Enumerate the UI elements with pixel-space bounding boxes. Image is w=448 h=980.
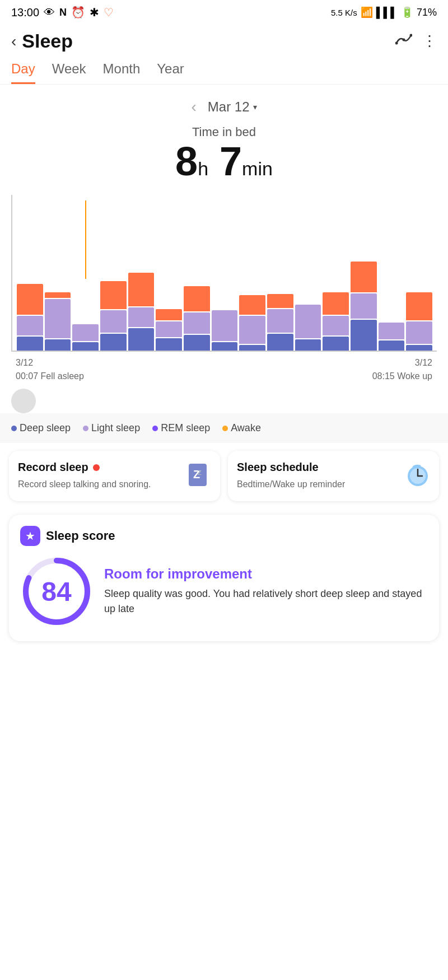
legend-deep-sleep: Deep sleep (11, 422, 71, 434)
network-speed: 5.5 K/s (331, 8, 357, 17)
feature-cards: Record sleep Record sleep talking and sn… (0, 443, 448, 508)
score-content: 84 Room for improvement Sleep quality wa… (20, 555, 428, 628)
chart-reference-line (85, 200, 86, 279)
sleep-schedule-card[interactable]: Sleep schedule Bedtime/Wake up reminder (228, 451, 439, 501)
bar-group (379, 200, 405, 351)
timeline-end: 3/12 08:15 Woke up (372, 356, 432, 383)
legend-rem-sleep: REM sleep (152, 422, 210, 434)
rem-sleep-label: REM sleep (161, 422, 210, 434)
status-left: 13:00 👁 N ⏰ ✱ ♡ (11, 6, 114, 19)
score-circle: 84 (20, 555, 93, 628)
sleep-hours: 8 (175, 139, 198, 184)
bar-group (406, 200, 432, 351)
graph-icon[interactable] (395, 32, 412, 50)
awake-label: Awake (231, 422, 261, 434)
battery-icon: 🔋 (401, 6, 413, 18)
tab-year[interactable]: Year (157, 61, 184, 84)
current-date: Mar 12 (208, 99, 250, 115)
chart-area (11, 195, 437, 352)
start-time: 00:07 (16, 371, 38, 381)
eye-icon: 👁 (44, 6, 55, 19)
bar-group (212, 200, 238, 351)
scroll-dot (11, 389, 36, 413)
bar-group (45, 200, 71, 351)
time-in-bed-label: Time in bed (11, 125, 437, 139)
battery-percent: 71% (417, 7, 437, 18)
score-description: Sleep quality was good. You had relative… (104, 586, 428, 617)
chart-timeline: 3/12 00:07 Fell asleep 3/12 08:15 Woke u… (11, 352, 437, 383)
alarm-icon: ⏰ (71, 6, 85, 19)
awake-dot (222, 426, 228, 431)
record-sleep-icon: Z z (185, 461, 212, 493)
record-sleep-card[interactable]: Record sleep Record sleep talking and sn… (9, 451, 220, 501)
bar-group (323, 200, 349, 351)
app-header: ‹ Sleep ⋮ (0, 22, 448, 58)
date-prev-button[interactable]: ‹ (191, 98, 196, 116)
sleep-minutes: 7 (220, 139, 242, 184)
record-dot (93, 464, 100, 471)
bar-group (100, 200, 127, 351)
minutes-unit: min (242, 158, 273, 179)
bar-group (267, 200, 293, 351)
start-date: 3/12 (16, 356, 84, 370)
more-options-icon[interactable]: ⋮ (422, 32, 437, 50)
tabs-nav: Day Week Month Year (0, 61, 448, 85)
date-selector[interactable]: Mar 12 ▾ (208, 99, 257, 115)
score-quality: Room for improvement (104, 566, 428, 582)
bar-group (239, 200, 265, 351)
scroll-indicator (0, 383, 448, 413)
tab-day[interactable]: Day (11, 61, 35, 84)
tab-week[interactable]: Week (52, 61, 86, 84)
bluetooth-icon: ✱ (90, 6, 99, 19)
bar-group (128, 200, 155, 351)
score-icon: ★ (20, 526, 40, 546)
bar-group (156, 200, 182, 351)
deep-sleep-label: Deep sleep (20, 422, 71, 434)
score-star-icon: ★ (25, 529, 35, 543)
record-sleep-desc: Record sleep talking and snoring. (18, 478, 211, 491)
back-button[interactable]: ‹ (11, 32, 16, 50)
end-date: 3/12 (372, 356, 432, 370)
time-in-bed-section: Time in bed 8h 7min (0, 119, 448, 184)
bar-group (351, 200, 377, 351)
light-sleep-label: Light sleep (91, 422, 140, 434)
timeline-start: 3/12 00:07 Fell asleep (16, 356, 84, 383)
date-dropdown-icon: ▾ (253, 102, 257, 111)
signal-icon: ▌▌▌ (376, 7, 398, 18)
time-in-bed-value: 8h 7min (11, 139, 437, 184)
end-time: 08:15 (372, 371, 395, 381)
end-info: 08:15 Woke up (372, 370, 432, 383)
chart-bars (12, 195, 437, 351)
record-sleep-title: Record sleep (18, 461, 88, 474)
sleep-chart: 3/12 00:07 Fell asleep 3/12 08:15 Woke u… (11, 195, 437, 383)
svg-text:z: z (198, 468, 202, 477)
sleep-legend: Deep sleep Light sleep REM sleep Awake (0, 413, 448, 443)
date-navigation: ‹ Mar 12 ▾ (0, 85, 448, 119)
page-title: Sleep (22, 30, 73, 52)
sleep-score-title: Sleep score (46, 529, 115, 543)
heart-app-icon: ♡ (104, 6, 114, 19)
sleep-schedule-title: Sleep schedule (237, 461, 319, 474)
start-info: 00:07 Fell asleep (16, 370, 84, 383)
sleep-schedule-desc: Bedtime/Wake up reminder (237, 478, 430, 491)
score-header: ★ Sleep score (20, 526, 428, 546)
bar-group (17, 200, 43, 351)
rem-sleep-dot (152, 426, 158, 431)
tab-month[interactable]: Month (103, 61, 141, 84)
legend-light-sleep: Light sleep (83, 422, 140, 434)
nfc-icon: N (59, 7, 67, 18)
score-number: 84 (41, 576, 71, 606)
bar-group (295, 200, 321, 351)
sleep-score-card: ★ Sleep score 84 Room for improvement Sl… (9, 515, 439, 641)
deep-sleep-dot (11, 426, 17, 431)
status-bar: 13:00 👁 N ⏰ ✱ ♡ 5.5 K/s 📶 ▌▌▌ 🔋 71% (0, 0, 448, 22)
end-event: Woke up (397, 371, 432, 381)
status-time: 13:00 (11, 6, 39, 19)
sleep-schedule-icon (404, 461, 431, 493)
hours-unit: h (198, 158, 208, 179)
bar-group (184, 200, 210, 351)
start-event: Fell asleep (41, 371, 84, 381)
legend-awake: Awake (222, 422, 261, 434)
light-sleep-dot (83, 426, 88, 431)
wifi-icon: 📶 (361, 6, 373, 18)
